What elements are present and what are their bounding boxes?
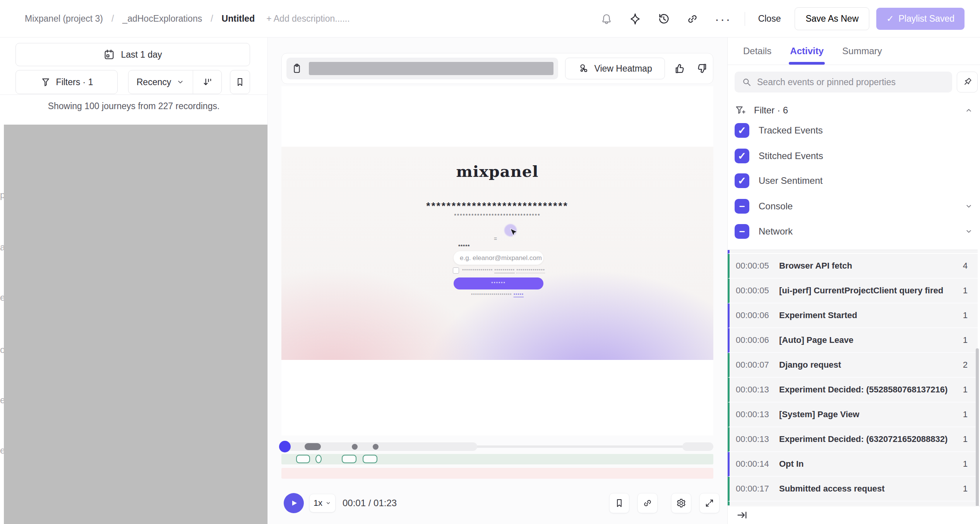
date-range-button[interactable]: Last 1 day (15, 43, 250, 66)
event-time: 00:00:07 (736, 360, 775, 370)
checkbox-indeterminate[interactable]: − (735, 224, 749, 239)
expand-icon (704, 498, 714, 508)
play-icon (288, 497, 300, 509)
breadcrumb-report-title[interactable]: Untitled (222, 14, 255, 24)
thumbs-up-icon[interactable] (673, 62, 687, 75)
bookmark-replay-button[interactable] (609, 493, 629, 513)
play-button[interactable] (284, 493, 304, 513)
replay-mixpanel-logo: mixpanel (281, 162, 713, 180)
event-row[interactable]: 00:00:06 Experiment Started 1 (728, 303, 978, 328)
timeline-scrubber[interactable] (281, 441, 713, 452)
more-options-icon[interactable]: ··· (715, 15, 732, 23)
event-row[interactable]: 00:00:13 [System] Page View 1 (728, 402, 978, 427)
replay-url-pill[interactable] (286, 58, 558, 79)
minus-icon: − (739, 226, 745, 238)
events-search-input[interactable]: Search events or pinned properties (735, 72, 952, 92)
event-count: 1 (963, 335, 968, 345)
breadcrumb-project[interactable]: Mixpanel (project 3) (25, 14, 103, 24)
skip-to-end-icon[interactable] (736, 509, 748, 521)
event-row[interactable]: 00:00:07 Django request 2 (728, 353, 978, 378)
event-list: 00:00:05 Browser API fetch 4 00:00:05 [u… (728, 250, 978, 505)
timeline-playhead[interactable] (279, 441, 291, 452)
filter-row-network: − Network (735, 224, 973, 239)
copy-link-icon[interactable] (686, 13, 699, 25)
filter-section-header[interactable]: Filter · 6 (735, 102, 973, 119)
replay-email-input[interactable]: e.g. eleanor@mixpanel.com (454, 251, 543, 265)
timeline-event-marker[interactable] (296, 455, 310, 463)
redacted-heading: **************************** (281, 200, 713, 212)
timeline-event-marker[interactable] (342, 455, 356, 463)
save-as-new-button[interactable]: Save As New (795, 7, 869, 30)
tab-summary[interactable]: Summary (842, 38, 882, 65)
event-row[interactable]: 00:00:13 Experiment Decided: (5528580768… (728, 378, 978, 402)
chevron-up-icon[interactable] (965, 106, 973, 115)
ai-sparkle-icon[interactable] (629, 13, 641, 25)
recordings-sidebar: Last 1 day Filters · 1 Recency (0, 38, 268, 524)
playback-speed-dropdown[interactable]: 1x (309, 494, 336, 512)
share-link-button[interactable] (637, 493, 658, 513)
checkbox-checked[interactable]: ✓ (735, 149, 749, 163)
replay-checkbox[interactable] (453, 267, 459, 274)
tab-activity[interactable]: Activity (790, 38, 824, 65)
event-row[interactable]: 00:00:05 Browser API fetch 4 (728, 254, 978, 279)
recordings-list-redacted-overlay (4, 125, 267, 524)
timeline-event-marker[interactable] (315, 455, 322, 463)
hidden-list-text: o (0, 344, 4, 355)
event-row[interactable]: 00:00:14 Opt In 1 (728, 452, 978, 477)
timeline-success-lane (281, 454, 713, 464)
tab-details[interactable]: Details (743, 38, 771, 65)
event-time: 00:00:13 (736, 434, 775, 444)
player-settings-button[interactable] (671, 493, 691, 513)
saved-filters-bookmark-button[interactable] (230, 70, 250, 94)
event-time: 00:00:06 (736, 310, 775, 320)
chevron-down-icon (176, 78, 185, 86)
event-count: 1 (963, 310, 968, 320)
event-time: 00:00:14 (736, 459, 775, 469)
event-row-partial (728, 250, 978, 254)
chevron-down-icon[interactable] (965, 227, 973, 236)
sort-direction-button[interactable] (193, 70, 221, 94)
sort-order-dropdown[interactable]: Recency (128, 70, 193, 94)
thumbs-down-icon[interactable] (695, 62, 708, 75)
event-row[interactable]: 00:00:17 Submitted access request 1 (728, 477, 978, 502)
timeline-activity-segment (682, 442, 713, 451)
event-time: 00:00:05 (736, 261, 775, 271)
timeline-event-marker[interactable] (363, 455, 377, 463)
hidden-list-text: p (0, 190, 4, 200)
playlist-saved-button[interactable]: ✓ Playlist Saved (876, 8, 965, 30)
sort-control: Recency (128, 70, 222, 94)
breadcrumb-board[interactable]: _adHocExplorations (122, 14, 202, 24)
checkbox-checked[interactable]: ✓ (735, 173, 749, 188)
chevron-down-icon[interactable] (965, 202, 973, 211)
panel-footer (728, 506, 980, 524)
check-icon: ✓ (738, 175, 746, 187)
event-name: Experiment Started (779, 310, 857, 320)
replay-footer-link-line: ******************** ***** (281, 293, 713, 297)
close-button[interactable]: Close (758, 14, 781, 24)
event-name: [ui-perf] CurrentProjectClient query fir… (779, 286, 943, 296)
check-icon: ✓ (738, 150, 746, 162)
replay-submit-button[interactable]: ****** (454, 277, 543, 289)
add-description-button[interactable]: + Add description...... (266, 14, 350, 24)
event-row[interactable]: 00:00:06 [Auto] Page Leave 1 (728, 328, 978, 353)
event-list-scrollbar[interactable] (976, 348, 979, 507)
checkbox-checked[interactable]: ✓ (735, 123, 749, 138)
filter-row-stitched-events: ✓ Stitched Events (735, 148, 973, 164)
pinned-properties-button[interactable] (957, 72, 978, 92)
event-row[interactable]: 00:00:13 Experiment Decided: (6320721652… (728, 427, 978, 452)
event-count: 1 (963, 459, 968, 469)
notifications-bell-icon[interactable] (600, 13, 613, 25)
replay-viewport: mixpanel **************************** **… (281, 86, 713, 435)
event-time: 00:00:13 (736, 385, 775, 395)
event-row[interactable]: 00:00:05 [ui-perf] CurrentProjectClient … (728, 279, 978, 303)
event-count: 1 (963, 409, 968, 420)
filter-row-tracked-events: ✓ Tracked Events (735, 123, 973, 138)
checkbox-indeterminate[interactable]: − (735, 199, 749, 214)
replay-link[interactable]: ***** (514, 293, 524, 297)
history-icon[interactable] (658, 13, 670, 25)
fullscreen-button[interactable] (699, 493, 720, 513)
filters-button[interactable]: Filters · 1 (15, 70, 118, 94)
view-heatmap-button[interactable]: View Heatmap (565, 58, 665, 79)
clipboard-icon (291, 63, 303, 74)
event-name: Django request (779, 360, 841, 370)
